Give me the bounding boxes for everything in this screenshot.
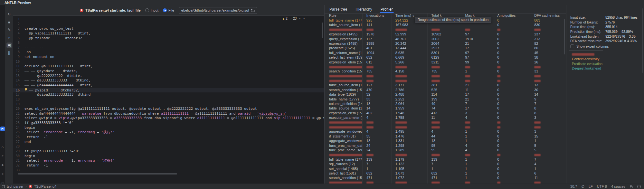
code-line[interactable]: 7-- -- -- [13, 45, 324, 50]
caret-position[interactable]: 30:7 [570, 184, 577, 188]
profiler-row[interactable]: predicate (1525)46113.444292717080 [325, 46, 566, 50]
breadcrumb-project[interactable]: tsql-parser [7, 184, 24, 188]
code-line[interactable]: 1 [13, 17, 324, 22]
antlr-preview-tool-icon[interactable]: ◩ [0, 127, 5, 131]
breadcrumb-file[interactable]: TSqlParser.g4 [34, 184, 57, 188]
profiler-row[interactable] [325, 64, 566, 69]
code-line[interactable]: 10 [13, 60, 324, 64]
profiler-row[interactable]: func_proc_name_data...241.29895405 [325, 143, 566, 148]
code-line[interactable]: 28 [13, 144, 324, 149]
folder-icon[interactable] [251, 9, 255, 12]
code-line[interactable]: 33 [13, 168, 324, 173]
profiler-row[interactable]: aggregate_windowed...181.33118101 [325, 138, 566, 143]
radio-unselected-icon[interactable] [145, 8, 149, 12]
input-radio[interactable]: Input [145, 8, 158, 12]
line-ending[interactable]: LF [589, 184, 593, 188]
profiler-row[interactable]: execute_parameter (1...41.75811403 [325, 115, 566, 120]
profiler-row[interactable] [325, 74, 566, 78]
profiler-row[interactable]: search_condition (1519)7354.1587351031 [325, 69, 566, 73]
search-icon[interactable]: ⌕ [6, 35, 12, 40]
prev-problem-icon[interactable]: ∧ [299, 17, 301, 20]
profiler-row[interactable]: select_list (1581)6321.073632106 [325, 171, 566, 175]
profiler-row[interactable]: func_proc_name_serv...241.28995405 [325, 148, 566, 152]
code-line[interactable]: 12—— —— @sysdate dtdate, [13, 69, 324, 74]
tab-hierarchy[interactable]: Hierarchy [351, 5, 376, 13]
profiler-row[interactable] [325, 152, 566, 157]
menu-tool-icon[interactable]: ≡ [0, 172, 5, 176]
column-header-1[interactable]: Invocations [363, 14, 392, 18]
profiler-row[interactable]: expression (1495)197852.99910982970237 [325, 32, 566, 36]
profiler-row[interactable]: search_condition (1516)4711.0724711011 [325, 175, 566, 180]
profiler-row[interactable]: sql_clauses (12)71.1227104 [325, 162, 566, 166]
error-indicator-icon[interactable]: ! [637, 185, 641, 188]
indent-setting[interactable]: 4 spaces [611, 184, 625, 188]
code-line[interactable]: 11declare @a1111111111111 dtint, [13, 64, 324, 69]
profiler-row[interactable] [325, 27, 566, 32]
profiler-row[interactable] [325, 78, 566, 83]
profiler-row[interactable]: column_definition (1421)182.06449707 [325, 101, 566, 106]
grid-icon[interactable]: ⣿ [6, 50, 12, 56]
tab-parse-tree[interactable]: Parse tree [325, 5, 351, 13]
inspections-widget[interactable]: ▲ 2 ✓ 23 ∧ ∨ [282, 17, 305, 20]
code-line[interactable]: 20exec nb_com_getsysconfig @a11111111111… [13, 107, 324, 111]
code-line[interactable]: 5 @p_tblname dtchar32 [13, 36, 324, 41]
profiler-row[interactable]: expression_elem (1589)4021.948413308 [325, 111, 566, 115]
code-line[interactable]: 2 [13, 22, 324, 27]
file-encoding[interactable]: UTF-8 [597, 184, 607, 188]
profiler-row[interactable]: table_source_item (15...141.959741708 [325, 106, 566, 110]
code-line[interactable]: 6 [13, 41, 324, 45]
code-line[interactable]: 17—— —— @vipa333333333333 dtkind [13, 92, 324, 97]
profiler-row[interactable]: table_source_item (16...141167.9830830 [325, 23, 566, 27]
profiler-row[interactable]: data_type (1829)322.48811417014 [325, 92, 566, 97]
profiler-row[interactable]: expression (1498)199820.342206421082 [325, 41, 566, 46]
code-line[interactable]: 24begin [13, 126, 324, 130]
layers-tool-icon[interactable]: ◆ [0, 163, 5, 167]
profiler-user-icon[interactable]: ▣ [6, 43, 12, 48]
profiler-row[interactable]: table_source_item (15...1273.17138121013 [325, 83, 566, 87]
vertical-scrollbar[interactable] [322, 23, 323, 38]
code-line[interactable]: 14—— —— @a333333333333 dtkind, [13, 78, 324, 83]
radio-selected-icon[interactable] [163, 8, 167, 12]
panel-scrollbar[interactable] [642, 8, 643, 73]
profiler-row[interactable]: set_special (1485)11.1051101 [325, 166, 566, 171]
checkbox-icon[interactable] [570, 44, 574, 48]
profiler-row[interactable]: aggregate_windowed...41.4954103 [325, 129, 566, 134]
table-scrollbar[interactable] [564, 19, 565, 54]
profiler-row[interactable]: full_table_name (1773)1391.179139107 [325, 157, 566, 162]
tab-profiler[interactable]: Profiler [376, 5, 397, 13]
file-path-field[interactable]: ebelice/Github/tsql-parser/examples/big.… [179, 7, 257, 14]
code-line[interactable]: 22select @vipid = vipid,@vipa33333333333… [13, 116, 324, 121]
column-header-5[interactable]: Ambiguities [493, 14, 530, 18]
stop-icon[interactable]: ■ [6, 19, 12, 25]
show-expert-columns-checkbox[interactable]: Show expert columns [570, 44, 609, 48]
code-line[interactable]: 31 select errorcode = -1, errormsg = '准备… [13, 158, 324, 163]
project-icon[interactable] [2, 185, 5, 188]
horizontal-scrollbar[interactable] [18, 173, 177, 175]
profiler-row[interactable]: full_column_name (17...10948.63583019704… [325, 51, 566, 55]
code-line[interactable]: 13—— —— @a2222222222 dtdate, [13, 74, 324, 79]
code-line[interactable]: 9set nocount on [13, 55, 324, 60]
no-soft-wrap-icon[interactable]: ∅ [581, 184, 584, 189]
code-line[interactable]: 18 [13, 97, 324, 102]
code-line[interactable]: 32 return -1 [13, 163, 324, 168]
profiler-row[interactable]: query_expression (1527)11748.76120621910… [325, 37, 566, 41]
code-line[interactable]: 29if @vipa333333333333 !='0' [13, 149, 324, 154]
profiler-row[interactable]: if_statement (31)351.476441015 [325, 134, 566, 138]
code-line[interactable]: 15—— —— @a444444444444444 dtint, [13, 83, 324, 88]
code-line[interactable]: 19 [13, 102, 324, 107]
code-line[interactable]: 27end [13, 140, 324, 145]
code-line[interactable]: 3create proc up_com_test [13, 26, 324, 31]
profiler-row[interactable] [325, 180, 566, 184]
structure-tool-icon[interactable]: # [0, 154, 5, 158]
column-header-0[interactable]: Rule [325, 14, 363, 18]
code-line[interactable]: 8 as [13, 50, 324, 55]
code-line[interactable]: 26 return -1 [13, 135, 324, 140]
code-line[interactable]: 21select @a444444444444444 = paravalue f… [13, 111, 324, 116]
profiler-row[interactable] [325, 125, 566, 129]
code-line[interactable]: 25 select errorcode = -1, errormsg = '执行… [13, 130, 324, 135]
profiler-row[interactable]: table_name (1777)332.2521992109 [325, 97, 566, 101]
file-radio[interactable]: File [163, 8, 174, 12]
code-line[interactable]: 4 @p_vipa1111111111111 dtint, [13, 31, 324, 36]
profiler-row[interactable] [325, 120, 566, 125]
code-line[interactable]: 23if @a333333333333 !='0' [13, 121, 324, 126]
